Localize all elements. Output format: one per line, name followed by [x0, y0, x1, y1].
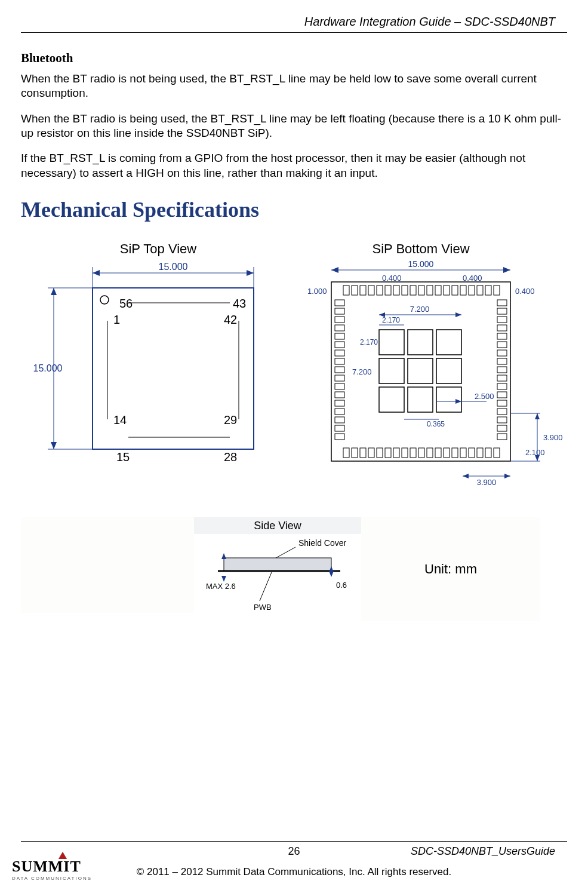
svg-marker-106 [455, 399, 461, 404]
pin-42: 42 [224, 313, 237, 326]
pin-14: 14 [113, 413, 127, 426]
svg-rect-71 [335, 409, 344, 415]
svg-rect-54 [469, 448, 475, 458]
header-rule [21, 32, 567, 33]
svg-rect-84 [497, 375, 507, 381]
svg-rect-24 [377, 286, 383, 295]
svg-rect-55 [477, 448, 483, 458]
svg-rect-58 [335, 300, 344, 306]
footer-right: SDC-SSD40NBT_UsersGuide [411, 845, 555, 858]
svg-rect-30 [427, 286, 433, 295]
svg-rect-21 [352, 286, 358, 295]
svg-rect-22 [360, 286, 366, 295]
svg-rect-40 [352, 448, 358, 458]
svg-marker-5 [247, 270, 254, 276]
top-title: SiP Top View [120, 241, 197, 256]
top-height: 15.000 [33, 363, 63, 373]
svg-rect-27 [402, 286, 408, 295]
svg-rect-90 [497, 425, 507, 431]
svg-marker-123 [329, 571, 334, 577]
logo-main-text: SUMMIT [12, 858, 81, 875]
pin-1: 1 [113, 313, 120, 326]
svg-rect-99 [408, 387, 433, 412]
svg-rect-62 [335, 333, 344, 339]
side-shield: Shield Cover [298, 538, 346, 548]
footer-copyright: © 2011 – 2012 Summit Data Communications… [21, 866, 567, 878]
svg-rect-29 [418, 286, 424, 295]
svg-rect-70 [335, 400, 344, 406]
svg-rect-81 [497, 350, 507, 356]
svg-rect-73 [335, 425, 344, 431]
svg-rect-78 [497, 325, 507, 331]
c-h: 2.170 [360, 338, 378, 346]
svg-rect-42 [368, 448, 374, 458]
side-pwb: PWB [254, 603, 272, 612]
svg-rect-92 [379, 330, 404, 355]
svg-rect-85 [497, 383, 507, 389]
svg-rect-75 [497, 300, 507, 306]
bottom-title: SiP Bottom View [372, 241, 469, 256]
svg-rect-93 [408, 330, 433, 355]
svg-rect-41 [360, 448, 366, 458]
svg-rect-61 [335, 325, 344, 331]
svg-rect-35 [469, 286, 475, 295]
svg-rect-86 [497, 392, 507, 398]
svg-rect-79 [497, 333, 507, 339]
svg-rect-76 [497, 308, 507, 314]
svg-marker-121 [221, 576, 226, 582]
svg-marker-103 [455, 312, 461, 317]
svg-rect-33 [452, 286, 458, 295]
logo-sub-text: DATA COMMUNICATIONS [12, 876, 101, 881]
svg-rect-34 [460, 286, 466, 295]
section-title-mechanical: Mechanical Specifications [21, 197, 567, 222]
svg-rect-50 [435, 448, 441, 458]
side-spacer [21, 517, 194, 613]
svg-rect-49 [427, 448, 433, 458]
svg-rect-83 [497, 367, 507, 373]
svg-rect-63 [335, 342, 344, 348]
pad-sq: 2.500 [475, 392, 494, 401]
svg-rect-80 [497, 342, 507, 348]
svg-rect-98 [379, 387, 404, 412]
para-bt-2: When the BT radio is being used, the BT_… [21, 112, 567, 141]
svg-rect-23 [368, 286, 374, 295]
svg-point-11 [100, 296, 109, 304]
pad-w2: 0.400 [463, 274, 482, 283]
svg-marker-120 [221, 553, 226, 559]
svg-rect-66 [335, 367, 344, 373]
page-number: 26 [288, 845, 300, 858]
svg-marker-4 [93, 270, 100, 276]
svg-rect-88 [497, 409, 507, 415]
svg-rect-36 [477, 286, 483, 295]
svg-rect-25 [385, 286, 391, 295]
svg-rect-28 [410, 286, 416, 295]
header-right: Hardware Integration Guide – SDC-SSD40NB… [21, 15, 567, 29]
pin-15: 15 [116, 450, 130, 464]
ext-w: 3.900 [477, 478, 497, 487]
svg-rect-96 [408, 358, 433, 383]
svg-rect-69 [335, 392, 344, 398]
svg-rect-67 [335, 375, 344, 381]
side-max: MAX 2.6 [206, 582, 236, 591]
footer-logo: SUMMIT DATA COMMUNICATIONS [12, 858, 101, 881]
svg-rect-82 [497, 358, 507, 364]
svg-marker-114 [463, 474, 469, 478]
c-w: 2.170 [382, 316, 400, 324]
svg-rect-77 [497, 317, 507, 323]
svg-rect-37 [485, 286, 491, 295]
ext-mid: 2.100 [525, 448, 545, 457]
svg-rect-100 [436, 387, 461, 412]
svg-rect-53 [460, 448, 466, 458]
svg-rect-68 [335, 383, 344, 389]
svg-marker-115 [504, 474, 510, 478]
svg-line-124 [260, 572, 272, 601]
svg-rect-97 [436, 358, 461, 383]
side-board: 0.6 [336, 581, 347, 590]
svg-rect-52 [452, 448, 458, 458]
footer-rule [21, 841, 567, 842]
svg-marker-19 [503, 267, 510, 273]
svg-rect-44 [385, 448, 391, 458]
pin-43: 43 [233, 297, 246, 310]
ext-h: 3.900 [543, 433, 563, 442]
top-width: 15.000 [159, 262, 188, 272]
